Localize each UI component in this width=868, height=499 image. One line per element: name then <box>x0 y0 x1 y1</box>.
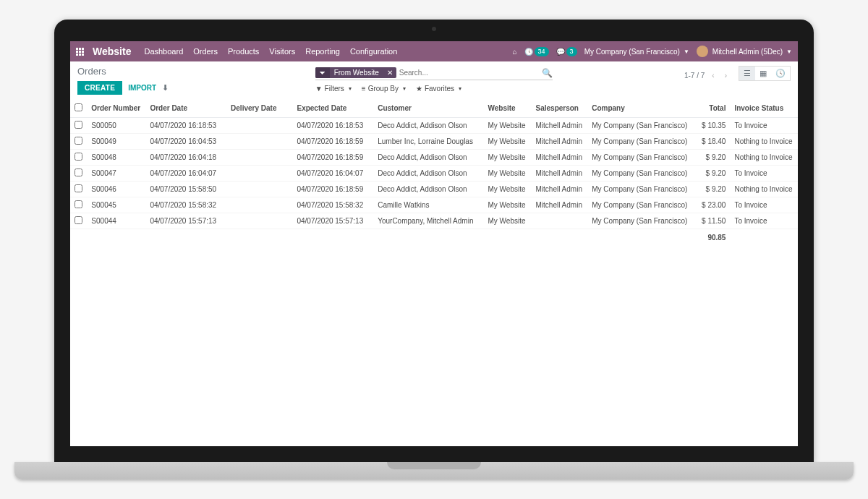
row-checkbox[interactable] <box>75 121 82 129</box>
cell-order: S00045 <box>87 197 145 213</box>
cell-expected-date: 04/07/2020 16:18:59 <box>292 134 373 150</box>
cell-delivery-date <box>226 166 292 182</box>
user-menu[interactable]: Mitchell Admin (5Dec)▼ <box>697 46 792 57</box>
activity-icon[interactable]: 🕓34 <box>524 47 549 56</box>
kanban-view-button[interactable]: ▦ <box>755 67 771 80</box>
filter-row: ▼ Filters ▾ ≡ Group By ▾ ★ Favorites ▾ <box>315 85 553 93</box>
cell-salesperson: Mitchell Admin <box>532 118 588 134</box>
table-row[interactable]: S0005004/07/2020 16:18:5304/07/2020 16:1… <box>70 118 798 134</box>
cell-order: S00049 <box>87 134 145 150</box>
pager-count[interactable]: 1-7 / 7 <box>684 72 705 80</box>
company-switcher[interactable]: My Company (San Francisco)▼ <box>584 48 689 56</box>
cell-invoice-status: To Invoice <box>730 197 798 213</box>
row-checkbox[interactable] <box>75 184 82 192</box>
search-icon[interactable]: 🔍 <box>542 68 553 78</box>
cell-invoice-status: To Invoice <box>730 166 798 182</box>
avatar <box>697 46 708 57</box>
activity-badge: 34 <box>535 47 549 56</box>
cell-customer: Lumber Inc, Lorraine Douglas <box>373 134 483 150</box>
pager: 1-7 / 7 ‹ › <box>684 70 730 81</box>
nav-dashboard[interactable]: Dashboard <box>144 47 183 56</box>
messaging-badge: 3 <box>566 47 577 56</box>
th-company[interactable]: Company <box>587 99 694 118</box>
row-checkbox[interactable] <box>75 200 82 208</box>
import-button[interactable]: IMPORT <box>128 84 156 92</box>
cell-total: $ 9.20 <box>694 150 731 166</box>
cell-salesperson: Mitchell Admin <box>532 150 588 166</box>
control-panel: Orders CREATE IMPORT ⬇ ⏷ From Website ✕ <box>70 61 798 99</box>
table-row[interactable]: S0004704/07/2020 16:04:0704/07/2020 16:0… <box>70 166 798 182</box>
home-icon[interactable]: ⌂ <box>513 48 517 56</box>
cell-total: $ 9.20 <box>694 182 731 197</box>
cell-company: My Company (San Francisco) <box>587 134 694 150</box>
cell-order-date: 04/07/2020 15:58:32 <box>145 197 226 213</box>
cell-delivery-date <box>226 182 292 197</box>
nav-visitors[interactable]: Visitors <box>269 47 295 56</box>
pager-prev[interactable]: ‹ <box>709 70 717 81</box>
table-row[interactable]: S0004804/07/2020 16:04:1804/07/2020 16:1… <box>70 150 798 166</box>
th-invoice-status[interactable]: Invoice Status <box>730 99 798 118</box>
th-total[interactable]: Total <box>694 99 731 118</box>
top-nav: Website Dashboard Orders Products Visito… <box>70 41 798 61</box>
table-row[interactable]: S0004604/07/2020 15:58:5004/07/2020 16:1… <box>70 182 798 197</box>
groupby-dropdown[interactable]: ≡ Group By ▾ <box>362 85 406 93</box>
cell-delivery-date <box>226 150 292 166</box>
th-customer[interactable]: Customer <box>373 99 483 118</box>
apps-icon[interactable] <box>76 48 84 56</box>
table-row[interactable]: S0004904/07/2020 16:04:5304/07/2020 16:1… <box>70 134 798 150</box>
module-brand[interactable]: Website <box>93 46 131 57</box>
cp-center: ⏷ From Website ✕ 🔍 ▼ Filters ▾ ≡ Group B… <box>315 66 553 93</box>
laptop-frame: Website Dashboard Orders Products Visito… <box>54 20 814 479</box>
select-all-checkbox[interactable] <box>75 103 82 111</box>
cell-delivery-date <box>226 134 292 150</box>
select-all-cell <box>70 99 87 118</box>
row-checkbox[interactable] <box>75 153 82 161</box>
nav-reporting[interactable]: Reporting <box>305 47 340 56</box>
cell-order: S00048 <box>87 150 145 166</box>
favorites-dropdown[interactable]: ★ Favorites ▾ <box>416 85 461 93</box>
download-icon[interactable]: ⬇ <box>162 83 169 93</box>
nav-orders[interactable]: Orders <box>193 47 218 56</box>
row-checkbox[interactable] <box>75 169 82 176</box>
cell-expected-date: 04/07/2020 16:18:59 <box>292 150 373 166</box>
nav-products[interactable]: Products <box>228 47 259 56</box>
nav-right: ⌂ 🕓34 💬3 My Company (San Francisco)▼ Mit… <box>513 46 792 57</box>
total-sum: 90.85 <box>694 229 731 245</box>
cell-total: $ 18.40 <box>694 134 731 150</box>
search-input[interactable] <box>399 69 540 77</box>
filters-dropdown[interactable]: ▼ Filters ▾ <box>315 85 352 93</box>
th-order[interactable]: Order Number <box>87 99 145 118</box>
pager-next[interactable]: › <box>722 70 730 81</box>
company-label: My Company (San Francisco) <box>584 48 680 56</box>
cell-salesperson: Mitchell Admin <box>532 182 588 197</box>
table-row[interactable]: S0004404/07/2020 15:57:1304/07/2020 15:5… <box>70 213 798 229</box>
cp-buttons: CREATE IMPORT ⬇ <box>77 81 315 99</box>
screen-bezel: Website Dashboard Orders Products Visito… <box>54 20 814 462</box>
list-view-button[interactable]: ☰ <box>739 67 755 80</box>
cell-order-date: 04/07/2020 15:57:13 <box>145 213 226 229</box>
cell-salesperson: Mitchell Admin <box>532 134 588 150</box>
facet-remove[interactable]: ✕ <box>383 67 396 78</box>
laptop-notch <box>387 462 481 469</box>
cell-customer: Deco Addict, Addison Olson <box>373 166 483 182</box>
th-website[interactable]: Website <box>484 99 532 118</box>
cell-company: My Company (San Francisco) <box>587 118 694 134</box>
nav-configuration[interactable]: Configuration <box>350 47 397 56</box>
create-button[interactable]: CREATE <box>77 81 122 95</box>
cell-customer: YourCompany, Mitchell Admin <box>373 213 483 229</box>
row-checkbox[interactable] <box>75 216 82 224</box>
activity-view-button[interactable]: 🕓 <box>771 67 790 80</box>
th-order-date[interactable]: Order Date <box>145 99 226 118</box>
cell-company: My Company (San Francisco) <box>587 150 694 166</box>
th-salesperson[interactable]: Salesperson <box>532 99 588 118</box>
cell-invoice-status: Nothing to Invoice <box>730 134 798 150</box>
row-checkbox[interactable] <box>75 137 82 145</box>
table-row[interactable]: S0004504/07/2020 15:58:3204/07/2020 15:5… <box>70 197 798 213</box>
cell-website: My Website <box>484 134 532 150</box>
messaging-icon[interactable]: 💬3 <box>556 47 577 56</box>
th-delivery-date[interactable]: Delivery Date <box>226 99 292 118</box>
cell-salesperson <box>532 213 588 229</box>
cell-invoice-status: Nothing to Invoice <box>730 150 798 166</box>
th-expected-date[interactable]: Expected Date <box>292 99 373 118</box>
search-bar[interactable]: ⏷ From Website ✕ 🔍 <box>315 66 553 80</box>
